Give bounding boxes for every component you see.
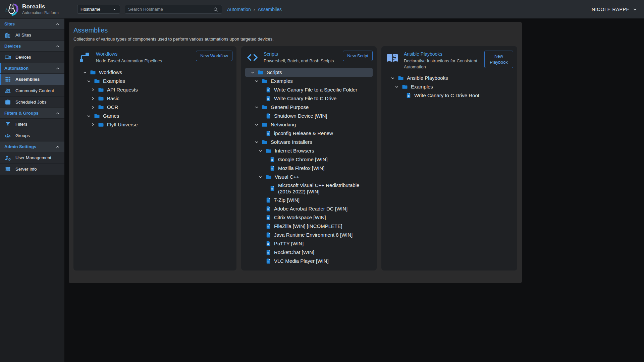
sidebar-section-devices[interactable]: Devices (0, 41, 64, 51)
sidebar-item-assemblies[interactable]: Assemblies (0, 73, 64, 85)
new-playbook-button[interactable]: New Playbook (484, 51, 513, 68)
tree-item-putty-win[interactable]: PuTTY [WIN] (245, 239, 373, 248)
sidebar-item-devices[interactable]: Devices (0, 51, 64, 63)
tree-item-mozilla-firefox-win[interactable]: Mozilla Firefox [WIN] (245, 164, 373, 173)
new-workflow-button[interactable]: New Workflow (196, 51, 232, 61)
sidebar-section-automation[interactable]: Automation (0, 63, 64, 73)
chevron-up-icon[interactable] (55, 144, 60, 149)
tree-item-ipconfig-release-renew[interactable]: ipconfig Release & Renew (245, 129, 373, 138)
tree-item-label: Software Installers (271, 138, 313, 146)
sidebar-section-label: Sites (4, 21, 15, 26)
workflows-card-titles: WorkflowsNode-Based Automation Pipelines (96, 51, 162, 64)
tree-item-general-purpose[interactable]: General Purpose (245, 103, 373, 112)
tree-item-flyff-universe[interactable]: Flyff Universe (77, 120, 232, 129)
chevron-right-icon[interactable] (90, 96, 98, 101)
tree-item-games[interactable]: Games (77, 112, 232, 120)
search-input[interactable] (128, 7, 213, 12)
chevron-down-icon[interactable] (390, 75, 397, 81)
tree-item-software-installers[interactable]: Software Installers (245, 138, 373, 146)
new-script-button[interactable]: New Script (343, 51, 373, 61)
playbooks-tree: Ansible PlaybooksExamplesWrite Canary to… (385, 74, 513, 100)
tree-item-api-requests[interactable]: API Requests (77, 85, 232, 94)
chevron-down-icon[interactable] (394, 84, 401, 89)
chevron-down-icon[interactable] (258, 174, 265, 180)
sidebar-nav: SitesAll SitesDevicesDevicesAutomationAs… (0, 18, 64, 175)
chevron-up-icon[interactable] (55, 66, 60, 71)
sidebar-item-community-content[interactable]: Community Content (0, 85, 64, 96)
sidebar-item-groups[interactable]: Groups (0, 130, 64, 141)
tree-item-label: VLC Media Player [WIN] (274, 257, 330, 265)
tree-item-citrix-workspace-win[interactable]: Citrix Workspace [WIN] (245, 213, 373, 222)
hostname-select[interactable]: Hostname (77, 5, 120, 14)
tree-item-write-canary-to-c-drive-root[interactable]: Write Canary to C Drive Root (385, 91, 513, 100)
chevron-up-icon[interactable] (55, 111, 60, 116)
sidebar-section-label: Admin Settings (4, 144, 36, 149)
chevron-down-icon[interactable] (250, 70, 257, 75)
tree-item-ocr[interactable]: OCR (77, 103, 232, 112)
tree-item-label: Adobe Acrobat Reader DC [WIN] (274, 205, 349, 213)
chevron-down-icon[interactable] (254, 105, 261, 110)
tree-item-basic[interactable]: Basic (77, 94, 232, 103)
sidebar-item-label: Server Info (15, 167, 37, 172)
sidebar-item-scheduled-jobs[interactable]: Scheduled Jobs (0, 96, 64, 108)
tree-item-java-runtime-environment-8-win[interactable]: Java Runtime Environment 8 [WIN] (245, 231, 373, 239)
tree-item-examples[interactable]: Examples (245, 77, 373, 85)
chevron-down-icon[interactable] (258, 148, 265, 154)
sidebar-section-admin-settings[interactable]: Admin Settings (0, 141, 64, 152)
folder-icon (261, 104, 268, 111)
tree-item-visual-c[interactable]: Visual C++ (245, 173, 373, 181)
tree-item-networking[interactable]: Networking (245, 120, 373, 129)
tree-item-scripts[interactable]: Scripts (245, 68, 373, 77)
tree-item-examples[interactable]: Examples (385, 82, 513, 91)
tree-item-7-zip-win[interactable]: 7-Zip [WIN] (245, 196, 373, 204)
tree-item-microsoft-visual-c-redistributable-2015-2022-win[interactable]: Microsoft Visual C++ Redistributable (20… (245, 181, 373, 196)
tree-item-label: ipconfig Release & Renew (274, 129, 334, 137)
chevron-right-icon[interactable] (90, 105, 98, 110)
sidebar-item-server-info[interactable]: Server Info (0, 163, 64, 175)
scripts-card-title: Scripts (264, 51, 334, 57)
chevron-down-icon[interactable] (254, 122, 261, 127)
sidebar-item-user-management[interactable]: User Management (0, 152, 64, 163)
tree-item-label: Ansible Playbooks (407, 74, 449, 82)
tree-item-vlc-media-player-win[interactable]: VLC Media Player [WIN] (245, 257, 373, 265)
hostname-search (125, 5, 222, 14)
tree-item-label: OCR (107, 103, 119, 111)
search-icon[interactable] (213, 6, 219, 12)
chevron-down-icon[interactable] (254, 78, 261, 84)
tree-item-write-canary-file-to-a-specific-folder[interactable]: Write Canary File to a Specific Folder (245, 85, 373, 94)
tree-item-shutdown-device-win[interactable]: Shutdown Device [WIN] (245, 112, 373, 120)
tree-item-google-chrome-win[interactable]: Google Chrome [WIN] (245, 155, 373, 164)
chevron-down-icon[interactable] (254, 139, 261, 145)
chevron-up-icon[interactable] (55, 44, 60, 49)
cards-row: WorkflowsNode-Based Automation Pipelines… (73, 46, 517, 270)
tree-item-label: RocketChat [WIN] (274, 248, 316, 256)
tree-item-write-canary-file-to-c-drive[interactable]: Write Canary File to C Drive (245, 94, 373, 103)
code-icon (246, 51, 259, 64)
tree-item-filezilla-win-incomplete[interactable]: FileZilla [WIN] [INCOMPLETE] (245, 222, 373, 231)
tree-item-adobe-acrobat-reader-dc-win[interactable]: Adobe Acrobat Reader DC [WIN] (245, 204, 373, 213)
chevron-down-icon[interactable] (86, 113, 94, 119)
groups-icon (4, 132, 11, 139)
chevron-up-icon[interactable] (55, 21, 60, 27)
sidebar-section-filters-groups[interactable]: Filters & Groups (0, 108, 64, 118)
breadcrumb-assemblies[interactable]: Assemblies (258, 7, 282, 12)
tree-item-label: Visual C++ (275, 173, 301, 181)
tree-item-ansible-playbooks[interactable]: Ansible Playbooks (385, 74, 513, 82)
chevron-down-icon[interactable] (86, 78, 94, 84)
brand[interactable]: Borealis Automation Platform (4, 2, 70, 17)
tree-item-examples[interactable]: Examples (77, 77, 232, 85)
breadcrumb-automation[interactable]: Automation (227, 7, 251, 12)
briefcase-icon (4, 99, 11, 105)
tree-item-internet-browsers[interactable]: Internet Browsers (245, 146, 373, 155)
sidebar-item-filters[interactable]: Filters (0, 118, 64, 130)
chevron-right-icon[interactable] (90, 87, 98, 93)
tree-item-label: Write Canary to C Drive Root (414, 92, 481, 100)
chevron-down-icon[interactable] (82, 70, 90, 75)
sidebar-section-sites[interactable]: Sites (0, 18, 64, 29)
tree-item-rocketchat-win[interactable]: RocketChat [WIN] (245, 248, 373, 257)
chevron-right-icon[interactable] (90, 122, 98, 127)
folder-icon (261, 139, 268, 145)
user-menu[interactable]: NICOLE RAPPE (592, 6, 638, 12)
tree-item-workflows[interactable]: Workflows (77, 68, 232, 77)
sidebar-item-all-sites[interactable]: All Sites (0, 29, 64, 41)
